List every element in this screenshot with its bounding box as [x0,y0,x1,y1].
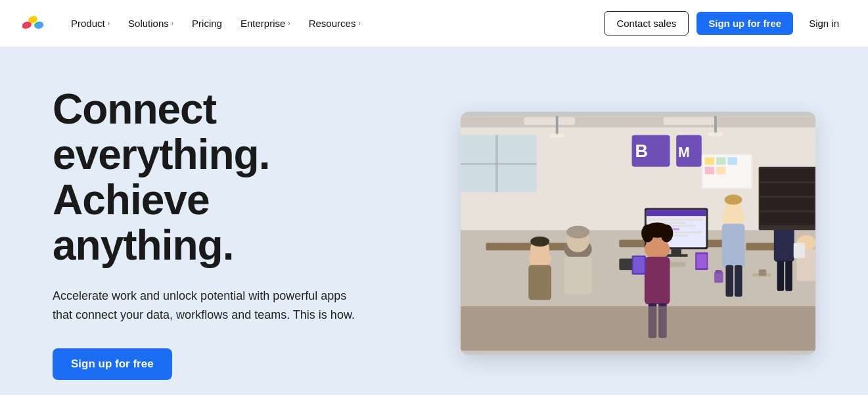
svg-text:M: M [678,145,690,160]
svg-rect-81 [555,116,558,135]
svg-rect-44 [721,224,744,269]
signin-button[interactable]: Sign in [801,12,847,35]
nav-product[interactable]: Product › [63,12,118,34]
hero-subtext: Accelerate work and unlock potential wit… [53,287,368,325]
hero-text-block: Connect everything. Achieve anything. Ac… [53,87,408,380]
svg-rect-42 [697,254,706,268]
svg-rect-76 [758,269,766,276]
svg-point-60 [660,225,673,243]
nav-links: Product › Solutions › Pricing Enterprise… [63,12,604,34]
enterprise-chevron-icon: › [288,20,290,27]
contact-sales-button[interactable]: Contact sales [604,11,689,35]
svg-rect-21 [461,116,816,127]
svg-rect-29 [646,210,706,216]
nav-pricing[interactable]: Pricing [184,12,230,34]
svg-rect-86 [760,169,814,181]
nav-solutions[interactable]: Solutions › [120,12,181,34]
svg-rect-89 [760,212,814,225]
svg-rect-88 [760,198,814,210]
svg-rect-19 [704,167,714,175]
svg-point-72 [530,237,549,246]
svg-rect-16 [704,157,714,165]
svg-point-46 [724,195,742,204]
svg-rect-82 [549,133,564,137]
svg-rect-20 [716,167,725,175]
resources-chevron-icon: › [358,20,360,27]
hero-office-image: B M [461,112,816,355]
svg-point-68 [566,225,589,238]
svg-rect-47 [725,265,733,296]
svg-rect-84 [708,133,723,137]
svg-rect-62 [633,257,644,273]
svg-rect-30 [647,219,703,221]
svg-rect-37 [664,254,687,257]
svg-rect-36 [671,249,681,254]
svg-rect-77 [461,306,816,351]
svg-rect-74 [716,270,722,273]
svg-text:B: B [635,141,648,161]
hero-signup-button[interactable]: Sign up for free [53,348,172,380]
svg-rect-87 [760,183,814,196]
svg-rect-17 [716,157,725,165]
svg-rect-92 [461,163,537,165]
svg-rect-23 [663,117,714,125]
svg-rect-53 [777,261,784,291]
svg-rect-22 [524,117,574,125]
product-chevron-icon: › [108,20,110,27]
svg-point-59 [641,225,654,243]
navbar: Product › Solutions › Pricing Enterprise… [0,0,868,47]
logo[interactable] [21,11,63,37]
nav-resources[interactable]: Resources › [301,12,369,34]
solutions-chevron-icon: › [171,20,173,27]
hero-heading: Connect everything. Achieve anything. [53,87,408,268]
svg-rect-54 [785,261,792,291]
svg-rect-83 [714,116,717,133]
hero-image-block: B M [461,112,816,355]
svg-rect-70 [528,265,551,300]
nav-signup-button[interactable]: Sign up for free [697,12,793,35]
svg-rect-56 [644,257,670,304]
svg-rect-48 [734,265,742,296]
svg-rect-80 [793,243,804,258]
svg-rect-18 [727,157,737,165]
hero-section: Connect everything. Achieve anything. Ac… [0,47,868,395]
svg-rect-66 [564,257,591,295]
nav-actions: Contact sales Sign up for free Sign in [604,11,847,35]
nav-enterprise[interactable]: Enterprise › [233,12,298,34]
